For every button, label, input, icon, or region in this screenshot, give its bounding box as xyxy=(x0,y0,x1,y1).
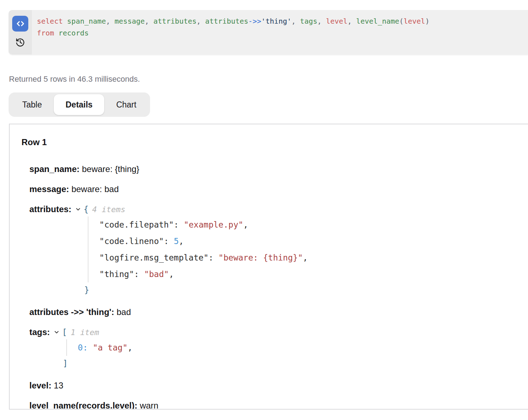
field-tags: tags: [1 item 0:"a tag", ] xyxy=(29,327,521,371)
json-entries: "code.filepath":"example.py","code.linen… xyxy=(88,216,308,282)
field-value: warn xyxy=(140,401,158,410)
json-entry: "code.filepath":"example.py", xyxy=(99,216,308,233)
field-label: attributes: xyxy=(29,204,71,215)
sql-query-input[interactable]: select span_name, message, attributes, a… xyxy=(32,10,528,54)
code-mode-button[interactable] xyxy=(12,16,28,32)
chevron-down-icon xyxy=(75,206,81,213)
history-icon xyxy=(15,38,25,47)
field-label: level: xyxy=(29,381,51,390)
code-icon xyxy=(16,19,25,28)
field-value: bad xyxy=(116,307,131,317)
field-label: level_name(records.level): xyxy=(29,401,138,410)
field-attr-thing: attributes ->> 'thing': bad xyxy=(29,307,521,318)
json-entry: 0:"a tag", xyxy=(78,339,133,356)
field-level: level: 13 xyxy=(29,380,521,391)
sql-editor-gutter xyxy=(9,10,32,54)
field-message: message: beware: bad xyxy=(29,184,521,195)
attributes-json-tree: {4 items "code.filepath":"example.py","c… xyxy=(83,204,308,297)
details-panel: Row 1 span_name: beware: {thing} message… xyxy=(9,124,528,410)
json-entries: 0:"a tag", xyxy=(66,339,133,356)
tags-json-tree: [1 item 0:"a tag", ] xyxy=(62,327,133,371)
field-label: message: xyxy=(29,184,69,194)
row-fields: span_name: beware: {thing} message: bewa… xyxy=(29,164,521,410)
tab-details[interactable]: Details xyxy=(54,94,104,115)
query-history-button[interactable] xyxy=(15,37,26,48)
item-count: 1 item xyxy=(71,328,99,337)
close-brace: } xyxy=(84,282,308,297)
field-label: tags: xyxy=(29,327,50,338)
field-level-name: level_name(records.level): warn xyxy=(29,400,521,410)
field-value: beware: {thing} xyxy=(82,164,139,174)
query-result-status: Returned 5 rows in 46.3 milliseconds. xyxy=(9,75,528,84)
tab-table[interactable]: Table xyxy=(10,94,54,115)
open-brace: { xyxy=(83,205,88,214)
json-entry: "thing":"bad", xyxy=(99,266,308,282)
close-bracket: ] xyxy=(63,356,133,371)
tab-chart[interactable]: Chart xyxy=(104,94,148,115)
open-bracket: [ xyxy=(62,328,67,337)
sql-editor: select span_name, message, attributes, a… xyxy=(9,10,528,54)
sql-code-line: select span_name, message, attributes, a… xyxy=(37,15,521,27)
field-span-name: span_name: beware: {thing} xyxy=(29,164,521,175)
field-label: attributes ->> 'thing': xyxy=(29,307,114,317)
result-view-tabs: Table Details Chart xyxy=(9,92,150,117)
chevron-down-icon xyxy=(53,329,60,335)
field-value: 13 xyxy=(54,381,63,390)
sql-code-line: from records xyxy=(37,27,521,39)
item-count: 4 items xyxy=(92,205,125,214)
field-attributes: attributes: {4 items "code.filepath":"ex… xyxy=(29,204,521,297)
field-value: beware: bad xyxy=(71,184,119,194)
json-entry: "logfire.msg_template":"beware: {thing}"… xyxy=(99,249,308,266)
row-title: Row 1 xyxy=(21,137,521,147)
json-entry: "code.lineno":5, xyxy=(99,233,308,249)
field-label: span_name: xyxy=(29,164,80,174)
collapse-attributes-button[interactable] xyxy=(75,206,81,213)
collapse-tags-button[interactable] xyxy=(53,329,60,336)
